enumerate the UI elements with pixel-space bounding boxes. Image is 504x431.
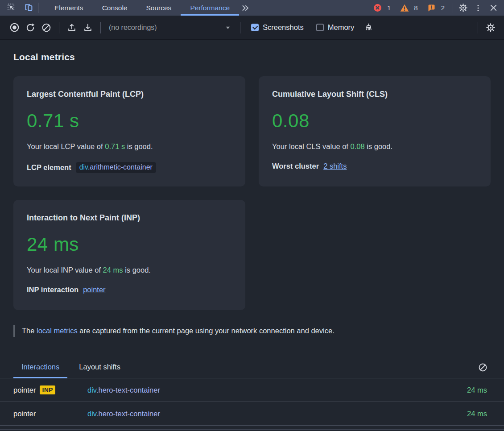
interaction-event: pointer INP xyxy=(13,385,87,394)
inp-badge: INP xyxy=(40,385,55,394)
desc-suffix: is good. xyxy=(365,142,392,150)
lcp-value: 0.71 s xyxy=(27,110,232,132)
tabbar-left-icons xyxy=(5,0,35,16)
worst-cluster-row: Worst cluster 2 shifts xyxy=(272,162,477,170)
tab-sources[interactable]: Sources xyxy=(137,0,181,16)
inp-interaction-label: INP interaction xyxy=(27,286,78,294)
interaction-node-link[interactable]: div.hero-text-container xyxy=(87,386,467,394)
toolbar-divider xyxy=(100,22,101,33)
toolbar-divider xyxy=(478,22,478,33)
download-profile-icon[interactable] xyxy=(81,21,95,35)
checkbox-checked-icon xyxy=(251,24,259,31)
clear-log-icon[interactable] xyxy=(476,361,489,373)
desc-suffix: is good. xyxy=(123,266,151,274)
inp-interaction-link[interactable]: pointer xyxy=(83,286,105,294)
worst-cluster-label: Worst cluster xyxy=(272,162,319,170)
toolbar-divider xyxy=(240,22,240,33)
tab-label: Console xyxy=(102,4,128,12)
interaction-row[interactable]: pointer INP div.hero-text-container 24 m… xyxy=(0,378,504,402)
inp-card: Interaction to Next Paint (INP) 24 ms Yo… xyxy=(13,200,245,310)
drawer-divider xyxy=(0,429,504,430)
devtools-window: Elements Console Sources Performance 1 xyxy=(0,0,504,431)
tab-console[interactable]: Console xyxy=(93,0,137,16)
memory-label: Memory xyxy=(328,23,355,32)
worst-cluster-link[interactable]: 2 shifts xyxy=(323,162,347,170)
record-and-reload-icon[interactable] xyxy=(23,21,37,35)
cls-card: Cumulative Layout Shift (CLS) 0.08 Your … xyxy=(259,76,491,186)
lcp-element-label: LCP element xyxy=(27,163,71,172)
issues-icon[interactable] xyxy=(426,2,438,14)
node-tag: div xyxy=(87,386,96,394)
cls-value: 0.08 xyxy=(272,110,477,132)
recordings-select[interactable]: (no recordings) xyxy=(106,24,235,32)
page-title: Local metrics xyxy=(13,52,504,62)
toolbar-divider xyxy=(59,22,59,33)
local-metrics-link[interactable]: local metrics xyxy=(37,327,78,335)
errors-icon[interactable] xyxy=(372,2,384,14)
desc-prefix: Your local CLS value of xyxy=(272,142,351,150)
interaction-row[interactable]: pointer div.hero-text-container 24 ms xyxy=(0,402,504,426)
recordings-select-value: (no recordings) xyxy=(109,24,157,32)
memory-checkbox[interactable]: Memory xyxy=(316,23,355,32)
tab-label: Interactions xyxy=(21,363,59,371)
status-badges: 1 8 2 xyxy=(372,0,449,16)
performance-toolbar: (no recordings) Screenshots Memory xyxy=(0,16,504,40)
desc-prefix: Your local INP value of xyxy=(27,266,103,274)
lcp-element-node-link[interactable]: div.arithmetic-container xyxy=(76,162,156,173)
screenshots-label: Screenshots xyxy=(263,23,304,32)
clear-icon[interactable] xyxy=(39,21,54,35)
tab-label: Elements xyxy=(54,4,83,12)
settings-icon[interactable] xyxy=(457,2,469,14)
cls-description: Your local CLS value of 0.08 is good. xyxy=(272,142,477,151)
node-tag: div xyxy=(79,163,88,171)
close-icon[interactable] xyxy=(487,2,500,14)
tab-interactions[interactable]: Interactions xyxy=(13,356,67,378)
interaction-duration: 24 ms xyxy=(467,386,487,394)
panel-tabs: Elements Console Sources Performance xyxy=(45,0,239,16)
interaction-duration: 24 ms xyxy=(467,410,487,418)
checkbox-unchecked-icon xyxy=(316,24,324,31)
local-metrics-cards: Largest Contentful Paint (LCP) 0.71 s Yo… xyxy=(13,76,491,310)
node-class: .hero-text-container xyxy=(96,386,160,394)
screenshots-checkbox[interactable]: Screenshots xyxy=(251,23,304,32)
inp-inline-value: 24 ms xyxy=(103,266,123,274)
tab-label: Sources xyxy=(146,4,172,12)
capture-settings-icon[interactable] xyxy=(483,21,498,35)
tabbar-divider xyxy=(453,3,453,13)
collect-garbage-icon[interactable] xyxy=(361,21,376,35)
dropdown-arrow-icon xyxy=(225,25,231,31)
desc-suffix: is good. xyxy=(125,142,153,150)
kebab-menu-icon[interactable] xyxy=(472,2,484,14)
more-tabs-icon[interactable] xyxy=(239,2,252,14)
error-count: 1 xyxy=(387,4,391,12)
device-toolbar-icon[interactable] xyxy=(22,2,35,14)
upload-profile-icon[interactable] xyxy=(65,21,79,35)
note-suffix: are captured from the current page using… xyxy=(78,327,335,335)
tabbar-divider xyxy=(38,3,39,13)
interaction-node-link[interactable]: div.hero-text-container xyxy=(87,410,467,418)
window-controls xyxy=(457,0,500,16)
issue-count: 2 xyxy=(441,4,445,12)
warnings-icon[interactable] xyxy=(398,2,411,14)
inp-description: Your local INP value of 24 ms is good. xyxy=(27,266,232,274)
cls-inline-value: 0.08 xyxy=(351,142,365,150)
devtools-tabbar: Elements Console Sources Performance 1 xyxy=(0,0,504,16)
lcp-element-row: LCP element div.arithmetic-container xyxy=(27,162,232,173)
lcp-card: Largest Contentful Paint (LCP) 0.71 s Yo… xyxy=(13,76,245,186)
tab-performance[interactable]: Performance xyxy=(181,0,239,16)
tab-layout-shifts[interactable]: Layout shifts xyxy=(71,356,128,378)
tab-elements[interactable]: Elements xyxy=(45,0,93,16)
node-class: .hero-text-container xyxy=(96,410,160,418)
record-button[interactable] xyxy=(7,21,21,35)
interactions-table: pointer INP div.hero-text-container 24 m… xyxy=(0,378,504,426)
lcp-card-title: Largest Contentful Paint (LCP) xyxy=(27,90,232,99)
lcp-inline-value: 0.71 s xyxy=(105,142,125,150)
note-prefix: The xyxy=(22,327,37,335)
inspect-element-icon[interactable] xyxy=(5,2,18,14)
local-metrics-note: The local metrics are captured from the … xyxy=(13,325,504,337)
tab-label: Layout shifts xyxy=(79,363,120,371)
node-class: .arithmetic-container xyxy=(88,163,153,171)
performance-panel-content: Local metrics Largest Contentful Paint (… xyxy=(0,52,504,426)
desc-prefix: Your local LCP value of xyxy=(27,142,105,150)
inp-value: 24 ms xyxy=(27,234,232,255)
